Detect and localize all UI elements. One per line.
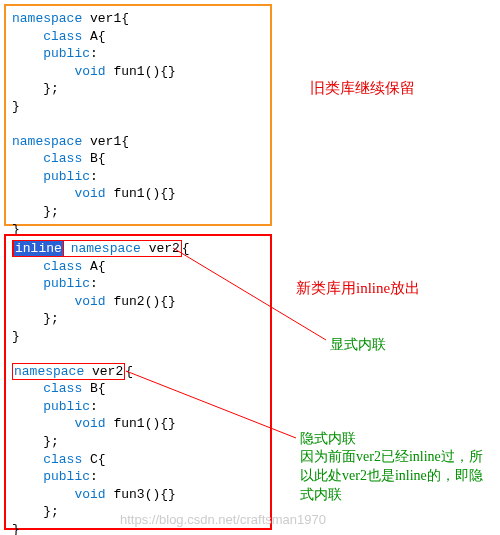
kw-public: public	[12, 276, 90, 291]
kw-public: public	[12, 469, 90, 484]
kw-class: class	[12, 151, 82, 166]
kw-class: class	[12, 452, 82, 467]
annotation-implicit-inline-title: 隐式内联	[300, 430, 490, 449]
annotation-implicit-inline-body: 因为前面ver2已经inline过，所以此处ver2也是inline的，即隐式内…	[300, 448, 490, 505]
kw-public: public	[12, 169, 90, 184]
kw-void: void	[12, 416, 106, 431]
kw-public: public	[12, 399, 90, 414]
kw-public: public	[12, 46, 90, 61]
annotation-explicit-inline: 显式内联	[330, 336, 386, 355]
kw-void: void	[12, 64, 106, 79]
old-code-block: namespace ver1{ class A{ public: void fu…	[4, 4, 272, 226]
annotation-new-library: 新类库用inline放出	[296, 278, 420, 298]
kw-void: void	[12, 186, 106, 201]
kw-namespace: namespace	[12, 11, 82, 26]
kw-class: class	[12, 381, 82, 396]
inline-namespace-highlight: inline namespace ver2	[12, 240, 182, 257]
kw-inline: inline	[14, 241, 63, 256]
implicit-namespace-highlight: namespace ver2	[12, 363, 125, 380]
kw-namespace: namespace	[12, 134, 82, 149]
kw-class: class	[12, 29, 82, 44]
annotation-old-library: 旧类库继续保留	[310, 78, 415, 98]
watermark: https://blog.csdn.net/craftsman1970	[120, 511, 326, 529]
kw-void: void	[12, 294, 106, 309]
new-code-block: inline namespace ver2{ class A{ public: …	[4, 234, 272, 530]
kw-namespace: namespace	[14, 364, 84, 379]
kw-class: class	[12, 259, 82, 274]
kw-namespace: namespace	[71, 241, 141, 256]
kw-void: void	[12, 487, 106, 502]
